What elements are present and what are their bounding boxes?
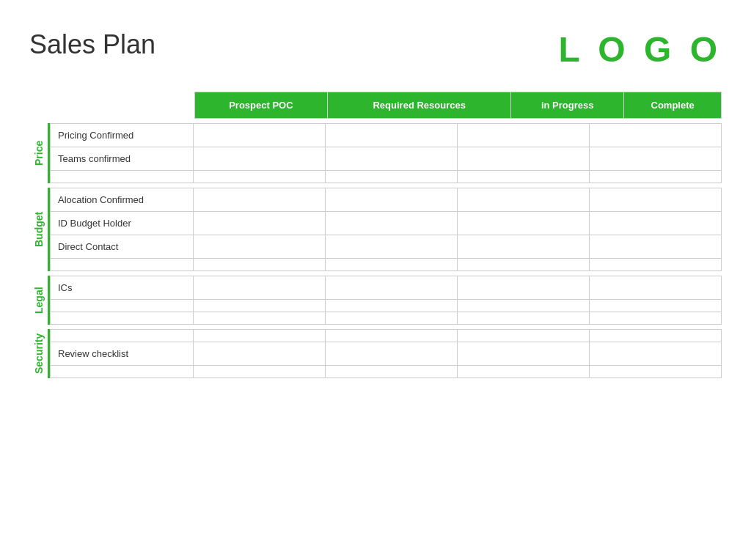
data-cell-security-0-1: [326, 330, 458, 342]
data-cell-budget-3-2: [458, 259, 590, 271]
table-row: [51, 366, 722, 378]
data-cell-price-1-3: [590, 147, 722, 171]
data-cell-legal-1-2: [458, 300, 590, 312]
table-row: [51, 171, 722, 183]
data-cell-legal-2-1: [326, 312, 458, 325]
data-cell-price-0-1: [326, 124, 458, 147]
row-label-price-0: Pricing Confirmed: [51, 124, 194, 147]
data-cell-security-2-0: [194, 366, 326, 378]
data-cell-budget-2-1: [326, 235, 458, 259]
data-cell-legal-1-1: [326, 300, 458, 312]
section-budget: BudgetAlocation ConfirmedID Budget Holde…: [29, 188, 722, 271]
section-label-legal: Legal: [29, 276, 50, 325]
section-price: PricePricing ConfirmedTeams confirmed: [29, 123, 722, 183]
section-label-price: Price: [29, 123, 50, 183]
col-header-required-resources: Required Resources: [328, 92, 511, 119]
data-cell-budget-1-3: [590, 212, 722, 235]
data-cell-price-0-2: [458, 124, 590, 147]
data-cell-price-1-2: [458, 147, 590, 171]
data-cell-budget-2-2: [458, 235, 590, 259]
row-label-price-2: [51, 171, 194, 183]
data-cell-legal-0-0: [194, 276, 326, 300]
data-cell-legal-2-2: [458, 312, 590, 325]
row-label-legal-2: [51, 312, 194, 325]
row-label-security-2: [51, 366, 194, 378]
data-cell-budget-3-0: [194, 259, 326, 271]
data-cell-security-2-1: [326, 366, 458, 378]
data-cell-legal-0-2: [458, 276, 590, 300]
logo: L O G O: [559, 29, 722, 70]
table-row: Review checklist: [51, 342, 722, 366]
table-row: Direct Contact: [51, 235, 722, 259]
row-label-budget-1: ID Budget Holder: [51, 212, 194, 235]
data-cell-price-2-0: [194, 171, 326, 183]
data-cell-security-1-2: [458, 342, 590, 366]
data-cell-budget-2-3: [590, 235, 722, 259]
data-cell-budget-3-3: [590, 259, 722, 271]
table-row: Teams confirmed: [51, 147, 722, 171]
data-cell-security-0-0: [194, 330, 326, 342]
row-label-budget-0: Alocation Confirmed: [51, 188, 194, 212]
sales-plan-table: Prospect POC Required Resources in Progr…: [29, 92, 722, 378]
data-cell-budget-1-2: [458, 212, 590, 235]
data-cell-budget-0-2: [458, 188, 590, 212]
data-cell-security-2-3: [590, 366, 722, 378]
data-cell-security-1-3: [590, 342, 722, 366]
data-cell-price-2-3: [590, 171, 722, 183]
data-cell-budget-0-3: [590, 188, 722, 212]
data-cell-security-1-0: [194, 342, 326, 366]
data-cell-budget-1-0: [194, 212, 326, 235]
data-cell-budget-1-1: [326, 212, 458, 235]
col-header-prospect-poc: Prospect POC: [194, 92, 328, 119]
data-cell-price-0-3: [590, 124, 722, 147]
data-cell-budget-0-0: [194, 188, 326, 212]
row-label-budget-2: Direct Contact: [51, 235, 194, 259]
data-cell-legal-2-0: [194, 312, 326, 325]
section-security: SecurityReview checklist: [29, 329, 722, 378]
data-cell-security-1-1: [326, 342, 458, 366]
table-row: Alocation Confirmed: [51, 188, 722, 212]
data-cell-legal-2-3: [590, 312, 722, 325]
table-row: ICs: [51, 276, 722, 300]
table-row: [51, 300, 722, 312]
data-cell-legal-1-0: [194, 300, 326, 312]
data-cell-budget-0-1: [326, 188, 458, 212]
data-cell-price-0-0: [194, 124, 326, 147]
data-cell-price-1-0: [194, 147, 326, 171]
data-cell-budget-2-0: [194, 235, 326, 259]
data-cell-legal-0-3: [590, 276, 722, 300]
data-cell-security-2-2: [458, 366, 590, 378]
data-cell-security-0-2: [458, 330, 590, 342]
data-cell-legal-1-3: [590, 300, 722, 312]
table-row: [51, 312, 722, 325]
table-row: Pricing Confirmed: [51, 124, 722, 147]
row-label-legal-1: [51, 300, 194, 312]
col-header-in-progress: in Progress: [511, 92, 624, 119]
table-row: [51, 259, 722, 271]
data-cell-price-2-2: [458, 171, 590, 183]
section-label-security: Security: [29, 329, 50, 378]
data-cell-price-1-1: [326, 147, 458, 171]
page-title: Sales Plan: [29, 29, 155, 60]
row-label-security-0: [51, 330, 194, 342]
data-cell-legal-0-1: [326, 276, 458, 300]
row-label-security-1: Review checklist: [51, 342, 194, 366]
row-label-legal-0: ICs: [51, 276, 194, 300]
section-label-budget: Budget: [29, 188, 50, 271]
row-label-price-1: Teams confirmed: [51, 147, 194, 171]
table-row: [51, 330, 722, 342]
data-cell-price-2-1: [326, 171, 458, 183]
col-header-complete: Complete: [624, 92, 722, 119]
data-cell-security-0-3: [590, 330, 722, 342]
row-label-budget-3: [51, 259, 194, 271]
section-legal: LegalICs: [29, 276, 722, 325]
table-row: ID Budget Holder: [51, 212, 722, 235]
data-cell-budget-3-1: [326, 259, 458, 271]
